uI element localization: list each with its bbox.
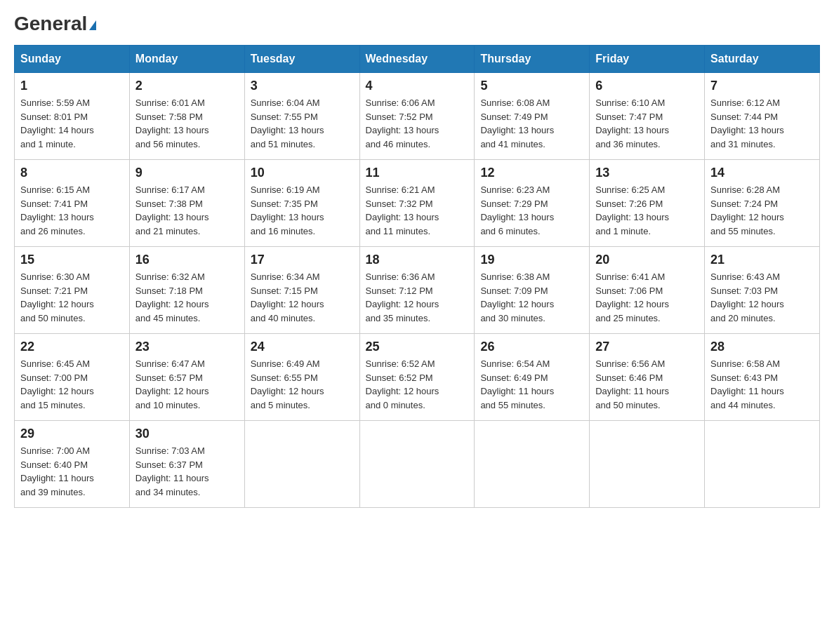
day-number: 18: [366, 253, 469, 267]
weekday-header-row: SundayMondayTuesdayWednesdayThursdayFrid…: [15, 46, 820, 73]
day-info: Sunrise: 6:28 AMSunset: 7:24 PMDaylight:…: [710, 183, 814, 238]
day-cell: [475, 421, 590, 508]
day-cell: 6Sunrise: 6:10 AMSunset: 7:47 PMDaylight…: [590, 73, 705, 160]
day-info: Sunrise: 6:56 AMSunset: 6:46 PMDaylight:…: [595, 357, 699, 412]
weekday-header-wednesday: Wednesday: [359, 46, 475, 73]
weekday-header-sunday: Sunday: [15, 46, 130, 73]
day-info: Sunrise: 6:23 AMSunset: 7:29 PMDaylight:…: [480, 183, 583, 238]
page-header: General: [14, 14, 820, 31]
day-info: Sunrise: 6:45 AMSunset: 7:00 PMDaylight:…: [20, 357, 124, 412]
day-cell: 9Sunrise: 6:17 AMSunset: 7:38 PMDaylight…: [129, 160, 244, 247]
day-cell: 15Sunrise: 6:30 AMSunset: 7:21 PMDayligh…: [15, 247, 130, 334]
day-info: Sunrise: 6:19 AMSunset: 7:35 PMDaylight:…: [251, 183, 354, 238]
day-number: 3: [251, 79, 354, 93]
day-number: 9: [135, 166, 239, 180]
day-info: Sunrise: 6:36 AMSunset: 7:12 PMDaylight:…: [366, 270, 469, 325]
day-info: Sunrise: 6:15 AMSunset: 7:41 PMDaylight:…: [20, 183, 124, 238]
day-number: 14: [710, 166, 814, 180]
week-row-1: 1Sunrise: 5:59 AMSunset: 8:01 PMDaylight…: [15, 73, 820, 160]
day-cell: 12Sunrise: 6:23 AMSunset: 7:29 PMDayligh…: [475, 160, 590, 247]
day-cell: 17Sunrise: 6:34 AMSunset: 7:15 PMDayligh…: [244, 247, 359, 334]
weekday-header-monday: Monday: [129, 46, 244, 73]
day-cell: [359, 421, 475, 508]
day-number: 16: [135, 253, 239, 267]
day-info: Sunrise: 7:03 AMSunset: 6:37 PMDaylight:…: [135, 444, 239, 499]
day-info: Sunrise: 6:12 AMSunset: 7:44 PMDaylight:…: [710, 96, 814, 151]
day-number: 19: [480, 253, 583, 267]
day-cell: 7Sunrise: 6:12 AMSunset: 7:44 PMDaylight…: [705, 73, 820, 160]
logo-general: General: [14, 14, 96, 34]
day-info: Sunrise: 6:47 AMSunset: 6:57 PMDaylight:…: [135, 357, 239, 412]
day-number: 25: [366, 340, 469, 354]
day-info: Sunrise: 7:00 AMSunset: 6:40 PMDaylight:…: [20, 444, 124, 499]
weekday-header-tuesday: Tuesday: [244, 46, 359, 73]
day-info: Sunrise: 6:58 AMSunset: 6:43 PMDaylight:…: [710, 357, 814, 412]
day-info: Sunrise: 6:38 AMSunset: 7:09 PMDaylight:…: [480, 270, 583, 325]
day-number: 24: [251, 340, 354, 354]
day-cell: 24Sunrise: 6:49 AMSunset: 6:55 PMDayligh…: [244, 334, 359, 421]
day-number: 26: [480, 340, 583, 354]
day-number: 21: [710, 253, 814, 267]
day-info: Sunrise: 6:43 AMSunset: 7:03 PMDaylight:…: [710, 270, 814, 325]
logo: General: [14, 14, 96, 31]
week-row-2: 8Sunrise: 6:15 AMSunset: 7:41 PMDaylight…: [15, 160, 820, 247]
day-cell: 30Sunrise: 7:03 AMSunset: 6:37 PMDayligh…: [129, 421, 244, 508]
day-cell: 23Sunrise: 6:47 AMSunset: 6:57 PMDayligh…: [129, 334, 244, 421]
day-cell: 11Sunrise: 6:21 AMSunset: 7:32 PMDayligh…: [359, 160, 475, 247]
day-cell: 25Sunrise: 6:52 AMSunset: 6:52 PMDayligh…: [359, 334, 475, 421]
week-row-3: 15Sunrise: 6:30 AMSunset: 7:21 PMDayligh…: [15, 247, 820, 334]
day-number: 23: [135, 340, 239, 354]
day-cell: 10Sunrise: 6:19 AMSunset: 7:35 PMDayligh…: [244, 160, 359, 247]
day-cell: [244, 421, 359, 508]
day-number: 4: [366, 79, 469, 93]
weekday-header-saturday: Saturday: [705, 46, 820, 73]
day-info: Sunrise: 6:54 AMSunset: 6:49 PMDaylight:…: [480, 357, 583, 412]
day-number: 13: [595, 166, 699, 180]
day-number: 29: [20, 427, 124, 441]
day-number: 7: [710, 79, 814, 93]
day-cell: 2Sunrise: 6:01 AMSunset: 7:58 PMDaylight…: [129, 73, 244, 160]
week-row-5: 29Sunrise: 7:00 AMSunset: 6:40 PMDayligh…: [15, 421, 820, 508]
day-cell: 1Sunrise: 5:59 AMSunset: 8:01 PMDaylight…: [15, 73, 130, 160]
day-number: 30: [135, 427, 239, 441]
day-info: Sunrise: 6:21 AMSunset: 7:32 PMDaylight:…: [366, 183, 469, 238]
logo-triangle-icon: [89, 20, 96, 30]
day-cell: [705, 421, 820, 508]
day-number: 10: [251, 166, 354, 180]
day-number: 12: [480, 166, 583, 180]
day-info: Sunrise: 5:59 AMSunset: 8:01 PMDaylight:…: [20, 96, 124, 151]
day-info: Sunrise: 6:08 AMSunset: 7:49 PMDaylight:…: [480, 96, 583, 151]
day-number: 11: [366, 166, 469, 180]
day-cell: 13Sunrise: 6:25 AMSunset: 7:26 PMDayligh…: [590, 160, 705, 247]
day-cell: 20Sunrise: 6:41 AMSunset: 7:06 PMDayligh…: [590, 247, 705, 334]
day-number: 22: [20, 340, 124, 354]
day-info: Sunrise: 6:04 AMSunset: 7:55 PMDaylight:…: [251, 96, 354, 151]
day-info: Sunrise: 6:52 AMSunset: 6:52 PMDaylight:…: [366, 357, 469, 412]
day-cell: 26Sunrise: 6:54 AMSunset: 6:49 PMDayligh…: [475, 334, 590, 421]
day-cell: 8Sunrise: 6:15 AMSunset: 7:41 PMDaylight…: [15, 160, 130, 247]
day-info: Sunrise: 6:32 AMSunset: 7:18 PMDaylight:…: [135, 270, 239, 325]
week-row-4: 22Sunrise: 6:45 AMSunset: 7:00 PMDayligh…: [15, 334, 820, 421]
day-number: 6: [595, 79, 699, 93]
day-info: Sunrise: 6:01 AMSunset: 7:58 PMDaylight:…: [135, 96, 239, 151]
day-cell: 19Sunrise: 6:38 AMSunset: 7:09 PMDayligh…: [475, 247, 590, 334]
day-number: 1: [20, 79, 124, 93]
day-info: Sunrise: 6:25 AMSunset: 7:26 PMDaylight:…: [595, 183, 699, 238]
day-info: Sunrise: 6:49 AMSunset: 6:55 PMDaylight:…: [251, 357, 354, 412]
day-cell: 3Sunrise: 6:04 AMSunset: 7:55 PMDaylight…: [244, 73, 359, 160]
day-number: 17: [251, 253, 354, 267]
calendar-table: SundayMondayTuesdayWednesdayThursdayFrid…: [14, 45, 820, 508]
day-info: Sunrise: 6:41 AMSunset: 7:06 PMDaylight:…: [595, 270, 699, 325]
day-cell: 4Sunrise: 6:06 AMSunset: 7:52 PMDaylight…: [359, 73, 475, 160]
day-info: Sunrise: 6:06 AMSunset: 7:52 PMDaylight:…: [366, 96, 469, 151]
day-info: Sunrise: 6:34 AMSunset: 7:15 PMDaylight:…: [251, 270, 354, 325]
day-info: Sunrise: 6:17 AMSunset: 7:38 PMDaylight:…: [135, 183, 239, 238]
day-cell: 21Sunrise: 6:43 AMSunset: 7:03 PMDayligh…: [705, 247, 820, 334]
day-cell: 5Sunrise: 6:08 AMSunset: 7:49 PMDaylight…: [475, 73, 590, 160]
day-info: Sunrise: 6:30 AMSunset: 7:21 PMDaylight:…: [20, 270, 124, 325]
day-number: 28: [710, 340, 814, 354]
day-cell: 22Sunrise: 6:45 AMSunset: 7:00 PMDayligh…: [15, 334, 130, 421]
day-cell: 18Sunrise: 6:36 AMSunset: 7:12 PMDayligh…: [359, 247, 475, 334]
day-number: 15: [20, 253, 124, 267]
day-number: 27: [595, 340, 699, 354]
